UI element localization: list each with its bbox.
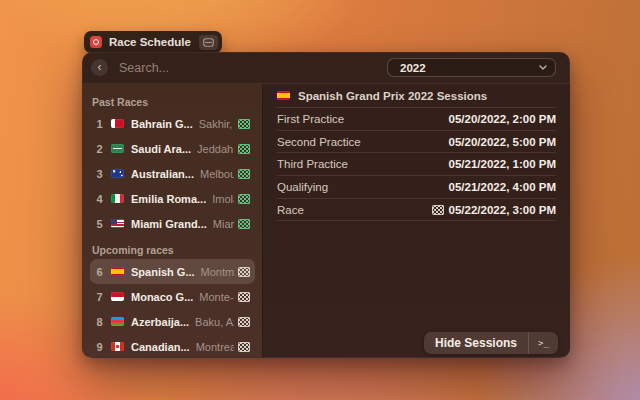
race-list-item[interactable]: 1 Bahrain G... Sakhir, Bahr... xyxy=(90,111,255,136)
race-list-item[interactable]: 5 Miami Grand... Miami, USA xyxy=(90,211,255,236)
action-bar: Hide Sessions >_ xyxy=(424,332,558,354)
window-title-pill[interactable]: Race Schedule xyxy=(84,31,222,53)
race-location: Jeddah, Sa... xyxy=(197,143,234,155)
session-value-group: 05/20/2022, 2:00 PM xyxy=(449,113,556,125)
terminal-prompt-icon: >_ xyxy=(538,338,549,348)
session-datetime: 05/22/2022, 3:00 PM xyxy=(449,204,556,216)
window-body: Past Races 1 Bahrain G... Sakhir, Bahr..… xyxy=(82,84,570,357)
checkered-flag-white-icon xyxy=(238,317,250,327)
session-row: Third Practice 05/21/2022, 1:00 PM xyxy=(277,153,556,176)
race-list-item[interactable]: 2 Saudi Ara... Jeddah, Sa... xyxy=(90,136,255,161)
race-list-item[interactable]: 3 Australian... Melbourne,... xyxy=(90,161,255,186)
race-list-item[interactable]: 8 Azerbaija... Baku, Azerb... xyxy=(90,309,255,334)
session-label: Third Practice xyxy=(277,158,348,170)
window-title: Race Schedule xyxy=(109,36,191,48)
race-location: Montreal, C... xyxy=(196,341,234,353)
sidebar-section: Upcoming races 6 Spanish G... Montmeló,.… xyxy=(82,244,262,358)
checkered-flag-white-icon xyxy=(238,267,250,277)
race-location: Baku, Azerb... xyxy=(195,316,234,328)
session-label: Race xyxy=(277,204,304,216)
race-index: 3 xyxy=(95,168,104,180)
section-header: Upcoming races xyxy=(92,244,252,256)
race-list-item[interactable]: 7 Monaco G... Monte-Carl... xyxy=(90,284,255,309)
race-location: Sakhir, Bahr... xyxy=(199,118,234,130)
actions-shortcut-button[interactable]: >_ xyxy=(528,332,558,354)
race-location: Melbourne,... xyxy=(200,168,234,180)
sidebar-section: Past Races 1 Bahrain G... Sakhir, Bahr..… xyxy=(82,96,262,236)
session-row: Second Practice 05/20/2022, 5:00 PM xyxy=(277,131,556,154)
race-index: 4 xyxy=(95,193,104,205)
sessions-panel: Spanish Grand Prix 2022 Sessions First P… xyxy=(263,84,570,357)
flag-azerbaijan-icon xyxy=(111,317,124,326)
race-index: 9 xyxy=(95,341,104,353)
checkered-flag-green-icon xyxy=(238,119,250,129)
flag-monaco-icon xyxy=(111,292,124,301)
race-index: 5 xyxy=(95,218,104,230)
race-name: Emilia Roma... xyxy=(131,193,206,205)
checkered-flag-green-icon xyxy=(238,169,250,179)
checkered-flag-white-icon xyxy=(238,342,250,352)
chevron-down-icon xyxy=(539,65,547,70)
section-header: Past Races xyxy=(92,96,252,108)
detach-window-icon xyxy=(203,38,214,47)
flag-australia-icon xyxy=(111,169,124,178)
race-list-item[interactable]: 9 Canadian... Montreal, C... xyxy=(90,334,255,358)
detach-window-button[interactable] xyxy=(199,35,218,50)
session-label: Second Practice xyxy=(277,136,361,148)
race-name: Australian... xyxy=(131,168,194,180)
session-row: First Practice 05/20/2022, 2:00 PM xyxy=(277,108,556,131)
race-index: 1 xyxy=(95,118,104,130)
hide-sessions-label: Hide Sessions xyxy=(435,336,517,350)
race-name: Canadian... xyxy=(131,341,190,353)
session-value-group: 05/21/2022, 1:00 PM xyxy=(449,158,556,170)
checkered-flag-green-icon xyxy=(238,194,250,204)
flag-saudi-arabia-icon xyxy=(111,144,124,153)
race-name: Spanish G... xyxy=(131,266,195,278)
sessions-list: First Practice 05/20/2022, 2:00 PM Secon… xyxy=(277,108,556,221)
search-input[interactable] xyxy=(117,60,387,76)
session-value-group: 05/21/2022, 4:00 PM xyxy=(449,181,556,193)
session-datetime: 05/20/2022, 5:00 PM xyxy=(449,136,556,148)
checkered-flag-white-icon xyxy=(238,292,250,302)
race-name: Bahrain G... xyxy=(131,118,193,130)
flag-bahrain-icon xyxy=(111,119,124,128)
flag-italy-icon xyxy=(111,194,124,203)
year-dropdown-value: 2022 xyxy=(400,62,426,74)
race-list-item[interactable]: 4 Emilia Roma... Imola, Italy xyxy=(90,186,255,211)
flag-canada-icon xyxy=(111,342,124,351)
app-window: ‹ 2022 Past Races 1 Bahrain G... Sakhir,… xyxy=(82,52,570,358)
session-label: Qualifying xyxy=(277,181,328,193)
chevron-left-icon: ‹ xyxy=(98,61,102,73)
session-datetime: 05/20/2022, 2:00 PM xyxy=(449,113,556,125)
race-index: 8 xyxy=(95,316,104,328)
race-index: 2 xyxy=(95,143,104,155)
race-list: 6 Spanish G... Montmeló,... 7 Monaco G..… xyxy=(82,259,262,358)
flag-usa-icon xyxy=(111,219,124,228)
session-datetime: 05/21/2022, 4:00 PM xyxy=(449,181,556,193)
race-location: Imola, Italy xyxy=(212,193,234,205)
session-value-group: 05/20/2022, 5:00 PM xyxy=(449,136,556,148)
race-name: Miami Grand... xyxy=(131,218,207,230)
session-label: First Practice xyxy=(277,113,344,125)
race-list: 1 Bahrain G... Sakhir, Bahr... 2 Saudi A… xyxy=(82,111,262,236)
desktop-background: Race Schedule ‹ 2022 Past Races xyxy=(0,0,640,400)
session-value-group: 05/22/2022, 3:00 PM xyxy=(432,204,556,216)
back-button[interactable]: ‹ xyxy=(91,59,108,76)
year-dropdown[interactable]: 2022 xyxy=(387,58,556,77)
race-location: Monte-Carl... xyxy=(199,291,234,303)
sessions-title: Spanish Grand Prix 2022 Sessions xyxy=(298,90,487,102)
checkered-flag-white-icon xyxy=(432,205,444,215)
flag-spain-icon xyxy=(277,91,290,100)
hide-sessions-button[interactable]: Hide Sessions xyxy=(424,332,528,354)
flag-spain-icon xyxy=(111,267,124,276)
race-name: Saudi Ara... xyxy=(131,143,191,155)
race-location: Miami, USA xyxy=(213,218,234,230)
toolbar: ‹ 2022 xyxy=(82,52,570,84)
race-sidebar: Past Races 1 Bahrain G... Sakhir, Bahr..… xyxy=(82,84,263,357)
session-datetime: 05/21/2022, 1:00 PM xyxy=(449,158,556,170)
race-name: Monaco G... xyxy=(131,291,193,303)
race-list-item[interactable]: 6 Spanish G... Montmeló,... xyxy=(90,259,255,284)
race-index: 7 xyxy=(95,291,104,303)
session-row: Qualifying 05/21/2022, 4:00 PM xyxy=(277,176,556,199)
sessions-header: Spanish Grand Prix 2022 Sessions xyxy=(277,84,556,108)
